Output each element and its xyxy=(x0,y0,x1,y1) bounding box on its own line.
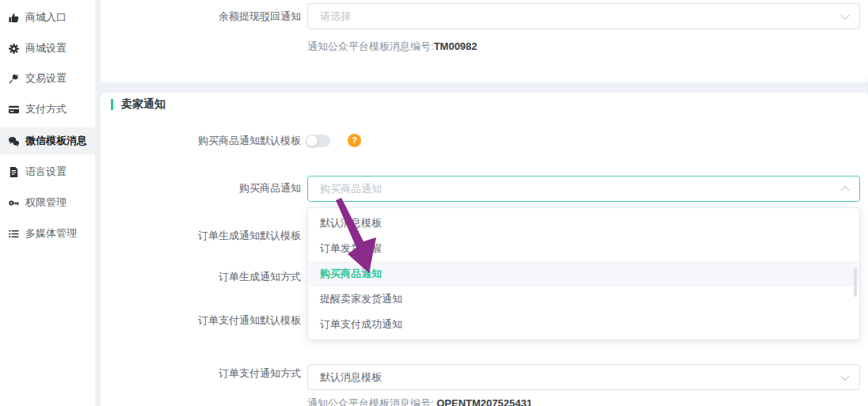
list-icon xyxy=(8,228,20,240)
buy-notice-default-template-label: 购买商品通知默认模板 xyxy=(111,135,301,147)
sidebar-item-wechat-template-message[interactable]: 微信模板消息 xyxy=(0,127,95,154)
withdraw-reject-notice-select[interactable]: 请选择 xyxy=(307,3,860,29)
chat-bubbles-icon xyxy=(8,135,20,147)
select-placeholder: 请选择 xyxy=(320,9,351,24)
section-title-text: 卖家通知 xyxy=(121,97,166,112)
sidebar-item-label: 权限管理 xyxy=(25,195,67,210)
template-code: TM00982 xyxy=(434,40,478,52)
dropdown-option-selected[interactable]: 购买商品通知 xyxy=(308,261,859,286)
section-bar xyxy=(111,99,113,110)
chevron-up-icon xyxy=(840,185,849,194)
page: 商城入口 商城设置 交易设置 支付方式 微信模板消息 xyxy=(0,0,868,406)
question-mark-icon[interactable]: ? xyxy=(348,134,361,147)
sidebar-item-label: 语言设置 xyxy=(25,165,67,179)
gear-icon xyxy=(8,43,20,55)
sidebar: 商城入口 商城设置 交易设置 支付方式 微信模板消息 xyxy=(0,0,95,406)
sidebar-item-language-settings[interactable]: 语言设置 xyxy=(0,158,95,185)
helper-prefix: 通知公众平台模板消息编号: xyxy=(307,40,434,52)
template-code: OPENTM207525431 xyxy=(436,397,532,406)
order-pay-method-label: 订单支付通知方式 xyxy=(111,367,301,380)
order-create-method-label: 订单生成通知方式 xyxy=(111,271,301,283)
seller-notice-title: 卖家通知 xyxy=(111,97,166,112)
dropdown-option[interactable]: 订单发货提醒 xyxy=(308,236,859,261)
key-icon xyxy=(8,197,20,209)
dropdown-option[interactable]: 默认消息模板 xyxy=(308,211,859,236)
sidebar-item-payment-methods[interactable]: 支付方式 xyxy=(0,96,95,123)
dropdown-option[interactable]: 提醒卖家发货通知 xyxy=(308,286,859,312)
dropdown-scrollbar[interactable] xyxy=(854,268,857,297)
thumbs-up-icon xyxy=(8,12,20,24)
sidebar-item-label: 微信模板消息 xyxy=(25,134,87,148)
document-icon xyxy=(8,166,20,178)
order-pay-method-select[interactable]: 默认消息模板 xyxy=(307,364,860,390)
sidebar-item-permission-management[interactable]: 权限管理 xyxy=(0,189,95,216)
buy-notice-default-template-toggle[interactable] xyxy=(306,135,330,147)
withdraw-reject-notice-label: 余额提现驳回通知 xyxy=(111,10,301,23)
order-create-template-label: 订单生成通知默认模板 xyxy=(111,230,301,242)
sidebar-item-label: 多媒体管理 xyxy=(25,226,77,241)
buy-notice-dropdown: 默认消息模板 订单发货提醒 购买商品通知 提醒卖家发货通知 订单支付成功通知 xyxy=(307,207,860,340)
sidebar-item-label: 商城设置 xyxy=(25,41,67,55)
buy-notice-select-value: 购买商品通知 xyxy=(320,182,382,196)
sidebar-item-label: 商城入口 xyxy=(25,10,67,25)
sidebar-item-mall-entrance[interactable]: 商城入口 xyxy=(0,4,95,31)
credit-card-icon xyxy=(8,104,20,116)
sidebar-item-label: 支付方式 xyxy=(25,102,67,116)
buy-notice-label: 购买商品通知 xyxy=(111,182,301,195)
buy-notice-select[interactable]: 购买商品通知 xyxy=(307,176,860,202)
toggle-knob xyxy=(306,135,318,146)
withdraw-template-helper: 通知公众平台模板消息编号:TM00982 xyxy=(307,40,478,54)
sidebar-item-mall-settings[interactable]: 商城设置 xyxy=(0,35,95,62)
sidebar-item-trade-settings[interactable]: 交易设置 xyxy=(0,65,95,92)
dropdown-option[interactable]: 订单支付成功通知 xyxy=(308,312,859,337)
order-pay-method-value: 默认消息模板 xyxy=(320,370,382,385)
sidebar-item-label: 交易设置 xyxy=(25,71,67,85)
chevron-down-icon xyxy=(840,10,849,19)
order-pay-template-label: 订单支付通知默认模板 xyxy=(111,314,301,327)
chevron-down-icon xyxy=(840,371,849,380)
helper-prefix: 通知公众平台模板消息编号: xyxy=(307,397,436,406)
sidebar-item-multimedia-management[interactable]: 多媒体管理 xyxy=(0,220,95,247)
order-pay-template-helper: 通知公众平台模板消息编号: OPENTM207525431 xyxy=(307,397,532,406)
plug-icon xyxy=(8,73,20,85)
